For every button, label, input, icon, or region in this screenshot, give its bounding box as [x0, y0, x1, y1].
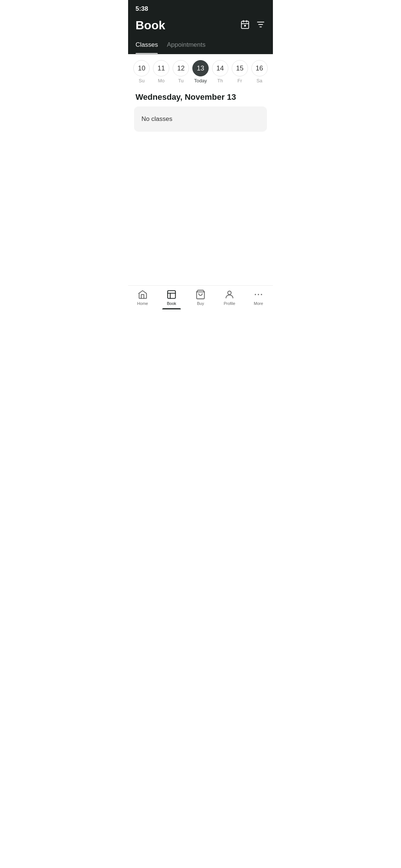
- day-number-11: 11: [153, 60, 169, 76]
- header: Book: [128, 16, 273, 37]
- tab-classes[interactable]: Classes: [136, 37, 158, 54]
- nav-label-more: More: [254, 301, 263, 306]
- status-time: 5:38: [136, 5, 148, 12]
- svg-point-14: [258, 294, 259, 295]
- tab-appointments[interactable]: Appointments: [167, 37, 205, 54]
- day-number-12: 12: [173, 60, 189, 76]
- book-icon: [166, 289, 177, 300]
- page-title: Book: [136, 19, 165, 32]
- calendar-icon[interactable]: [240, 20, 250, 32]
- nav-label-book: Book: [167, 301, 176, 306]
- calendar-day-10[interactable]: 10 Su: [133, 60, 151, 83]
- calendar-strip: 10 Su 11 Mo 12 Tu 13 Today 14 Th 15 Fr 1…: [128, 54, 273, 86]
- svg-point-13: [255, 294, 256, 295]
- content-area: No classes: [128, 106, 273, 132]
- day-number-16: 16: [251, 60, 268, 76]
- nav-label-home: Home: [137, 301, 148, 306]
- day-label-mo: Mo: [158, 78, 164, 83]
- day-label-th: Th: [217, 78, 223, 83]
- nav-item-profile[interactable]: Profile: [215, 289, 244, 306]
- nav-item-buy[interactable]: Buy: [186, 289, 215, 306]
- calendar-day-14[interactable]: 14 Th: [211, 60, 229, 83]
- more-icon: [253, 289, 264, 300]
- calendar-day-16[interactable]: 16 Sa: [250, 60, 268, 83]
- header-actions: [240, 20, 265, 32]
- no-classes-message: No classes: [141, 115, 172, 122]
- filter-icon[interactable]: [256, 20, 265, 32]
- day-number-10: 10: [133, 60, 150, 76]
- day-label-su: Su: [138, 78, 144, 83]
- nav-label-buy: Buy: [197, 301, 204, 306]
- day-number-14: 14: [212, 60, 228, 76]
- svg-point-12: [228, 291, 231, 295]
- nav-label-profile: Profile: [224, 301, 235, 306]
- profile-icon: [224, 289, 235, 300]
- calendar-day-13[interactable]: 13 Today: [192, 60, 210, 83]
- day-number-13-today: 13: [192, 60, 209, 76]
- day-label-today: Today: [194, 78, 207, 83]
- svg-point-4: [244, 25, 245, 26]
- calendar-day-11[interactable]: 11 Mo: [152, 60, 170, 83]
- day-label-sa: Sa: [257, 78, 263, 83]
- calendar-day-15[interactable]: 15 Fr: [231, 60, 249, 83]
- home-icon: [137, 289, 148, 300]
- buy-icon: [195, 289, 206, 300]
- svg-point-15: [261, 294, 262, 295]
- no-classes-card: No classes: [134, 106, 267, 132]
- day-number-15: 15: [232, 60, 248, 76]
- calendar-day-12[interactable]: 12 Tu: [172, 60, 190, 83]
- nav-item-home[interactable]: Home: [128, 289, 157, 306]
- nav-item-more[interactable]: More: [244, 289, 273, 306]
- selected-date-heading: Wednesday, November 13: [128, 86, 273, 106]
- svg-rect-8: [168, 291, 176, 299]
- day-label-tu: Tu: [178, 78, 184, 83]
- tab-bar: Classes Appointments: [128, 37, 273, 54]
- status-bar: 5:38: [128, 0, 273, 16]
- nav-item-book[interactable]: Book: [157, 289, 186, 306]
- bottom-nav: Home Book Buy Profile More: [128, 285, 273, 313]
- day-label-fr: Fr: [238, 78, 242, 83]
